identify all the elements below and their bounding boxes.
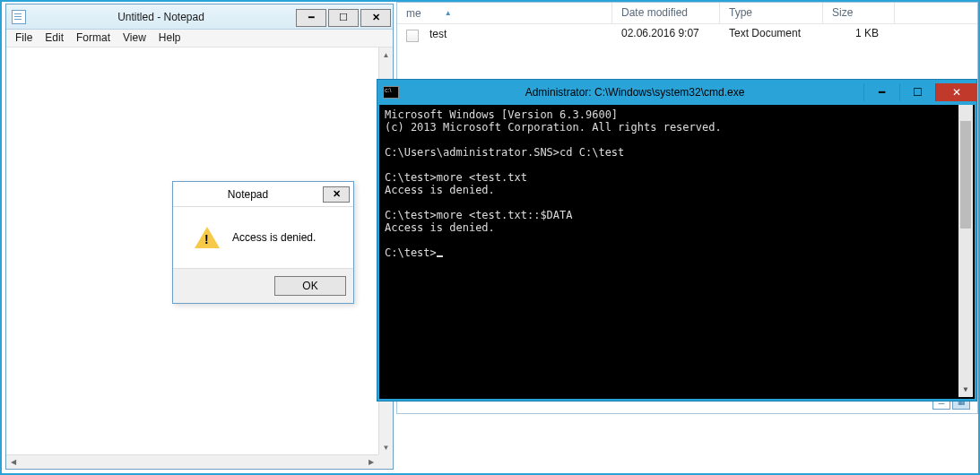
cmd-window: Administrator: C:\Windows\system32\cmd.e…: [377, 79, 977, 402]
message-titlebar[interactable]: Notepad ✕: [173, 182, 353, 207]
cmd-output: Microsoft Windows [Version 6.3.9600] (c)…: [385, 108, 722, 259]
file-size: 1 KB: [823, 24, 895, 44]
warning-icon: !: [195, 227, 220, 248]
file-name: test: [429, 28, 447, 40]
minimize-button[interactable]: ━: [296, 9, 326, 27]
cmd-titlebar[interactable]: Administrator: C:\Windows\system32\cmd.e…: [377, 80, 976, 105]
cmd-scroll-down-icon[interactable]: ▼: [958, 383, 973, 397]
text-file-icon: [406, 30, 419, 42]
menu-help[interactable]: Help: [153, 31, 186, 45]
maximize-button[interactable]: ☐: [328, 9, 359, 27]
cmd-terminal[interactable]: Microsoft Windows [Version 6.3.9600] (c)…: [377, 105, 976, 401]
notepad-icon: [12, 10, 26, 24]
cmd-maximize-button[interactable]: ☐: [899, 83, 935, 101]
notepad-titlebar[interactable]: Untitled - Notepad ━ ☐ ✕: [6, 4, 393, 30]
notepad-menu: File Edit Format View Help: [6, 30, 393, 48]
notepad-title: Untitled - Notepad: [26, 11, 296, 23]
cursor-icon: [437, 255, 443, 257]
message-footer: OK: [173, 268, 353, 303]
cmd-scrollbar[interactable]: ▲ ▼: [958, 105, 973, 397]
column-date[interactable]: Date modified: [612, 3, 720, 23]
file-date: 02.06.2016 9:07: [612, 24, 720, 44]
menu-format[interactable]: Format: [71, 31, 116, 45]
column-type[interactable]: Type: [720, 3, 823, 23]
scroll-corner: [378, 454, 393, 469]
cmd-close-button[interactable]: ✕: [935, 83, 976, 101]
scroll-up-icon[interactable]: ▲: [379, 48, 393, 62]
explorer-columns: me ▲ Date modified Type Size: [397, 3, 977, 24]
file-row[interactable]: test 02.06.2016 9:07 Text Document 1 KB: [397, 24, 977, 44]
cmd-icon: [383, 86, 399, 99]
message-box: Notepad ✕ ! Access is denied. OK: [172, 181, 354, 304]
message-close-button[interactable]: ✕: [323, 186, 350, 203]
scrollbar-horizontal[interactable]: ◀ ▶: [6, 454, 378, 469]
column-name[interactable]: me ▲: [397, 3, 612, 23]
column-name-label: me: [406, 7, 421, 20]
scroll-left-icon[interactable]: ◀: [6, 455, 21, 469]
cmd-title: Administrator: C:\Windows\system32\cmd.e…: [406, 86, 863, 99]
cmd-minimize-button[interactable]: ━: [863, 83, 899, 101]
menu-view[interactable]: View: [117, 31, 152, 45]
cmd-scroll-thumb[interactable]: [960, 121, 971, 229]
sort-arrow-icon: ▲: [445, 9, 452, 17]
scroll-right-icon[interactable]: ▶: [364, 455, 378, 469]
close-button[interactable]: ✕: [360, 9, 391, 27]
scroll-down-icon[interactable]: ▼: [379, 440, 393, 454]
menu-edit[interactable]: Edit: [39, 31, 69, 45]
message-title: Notepad: [173, 188, 323, 201]
menu-file[interactable]: File: [10, 31, 38, 45]
message-body: ! Access is denied.: [173, 207, 353, 268]
ok-button[interactable]: OK: [274, 276, 346, 296]
message-text: Access is denied.: [232, 231, 316, 244]
column-size[interactable]: Size: [823, 3, 895, 23]
file-type: Text Document: [720, 24, 823, 44]
